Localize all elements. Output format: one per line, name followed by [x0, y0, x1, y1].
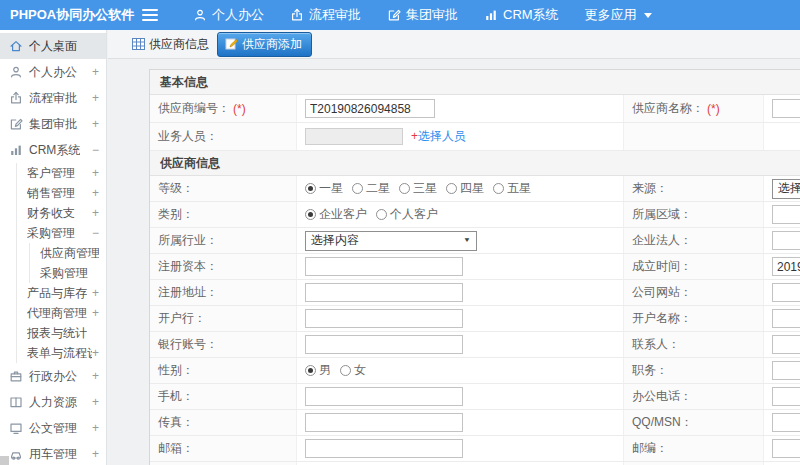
account-name-input[interactable]: [772, 309, 800, 328]
radio-label: 一星: [319, 180, 343, 197]
sidebar-item-human-resources[interactable]: 人力资源+: [0, 389, 106, 415]
source-select[interactable]: 选择内容▼: [772, 179, 800, 199]
category-radio-1[interactable]: 个人客户: [376, 206, 438, 223]
select-value: 选择内容: [311, 232, 359, 249]
radio-icon: [305, 209, 316, 220]
radio-icon: [305, 365, 316, 376]
topnav-item-group-approval[interactable]: 集团审批: [374, 0, 471, 30]
tab-supplier-add[interactable]: 供应商添加: [217, 32, 312, 57]
sidebar-item-purchase-mgmt-sub[interactable]: 采购管理: [30, 263, 106, 283]
gender-radio-0[interactable]: 男: [305, 362, 331, 379]
topnav-label: 个人办公: [212, 6, 264, 24]
sidebar-item-group-approval[interactable]: 集团审批+: [0, 111, 106, 137]
form-row: 注册地址：公司网站：: [150, 280, 800, 306]
legal-person-input[interactable]: [772, 231, 800, 250]
level-radio-0[interactable]: 一星: [305, 180, 343, 197]
sidebar-item-label: 采购管理: [27, 225, 75, 242]
region-input[interactable]: [772, 205, 800, 224]
field-value-cell: [764, 254, 800, 279]
bank-input[interactable]: [305, 309, 463, 328]
bank-label: 开户行：: [150, 306, 297, 331]
postal-code-input[interactable]: [772, 439, 800, 458]
expand-toggle: +: [92, 65, 99, 79]
registered-address-label: 注册地址：: [150, 280, 297, 305]
field-value-cell: [764, 332, 800, 357]
supplier-name-input[interactable]: [772, 99, 800, 118]
registered-capital-input[interactable]: [305, 257, 463, 276]
topnav-label: 流程审批: [309, 6, 361, 24]
business-staff-input[interactable]: [305, 128, 403, 145]
sidebar-item-workflow-approval[interactable]: 流程审批+: [0, 85, 106, 111]
field-label: 办公电话：: [632, 388, 692, 405]
tab-supplier-info[interactable]: 供应商信息: [132, 36, 209, 53]
field-value-cell: 选择内容▼: [764, 176, 800, 201]
office-phone-input[interactable]: [772, 387, 800, 406]
chart-icon: [484, 8, 498, 22]
topnav-item-personal-office[interactable]: 个人办公: [180, 0, 277, 30]
level-radio-3[interactable]: 四星: [446, 180, 484, 197]
sidebar-item-customer-mgmt[interactable]: 客户管理+: [17, 163, 106, 183]
sidebar-item-reports-stats[interactable]: 报表与统计: [17, 323, 106, 343]
gender-radio-1[interactable]: 女: [340, 362, 366, 379]
sidebar-item-admin-office[interactable]: 行政办公+: [0, 363, 106, 389]
sidebar-scrollbar[interactable]: [0, 456, 9, 465]
field-value-cell: [764, 280, 800, 305]
field-label: 业务人员：: [158, 128, 218, 145]
bank-account-input[interactable]: [305, 335, 463, 354]
share-icon: [9, 91, 24, 105]
sidebar-item-crm-system[interactable]: CRM系统−: [0, 137, 106, 163]
topnav-item-crm-system[interactable]: CRM系统: [471, 0, 572, 30]
company-website-input[interactable]: [772, 283, 800, 302]
mobile-input[interactable]: [305, 387, 463, 406]
sidebar-item-vehicle-mgmt[interactable]: 用车管理+: [0, 441, 106, 465]
radio-icon: [376, 209, 387, 220]
form-row: 所属行业：选择内容▼企业法人：: [150, 228, 800, 254]
founded-date-input[interactable]: [772, 257, 800, 276]
position-input[interactable]: [772, 361, 800, 380]
level-radio-2[interactable]: 三星: [399, 180, 437, 197]
form-row: 传真：QQ/MSN：: [150, 410, 800, 436]
sidebar-item-personal-office[interactable]: 个人办公+: [0, 59, 106, 85]
office-phone-label: 办公电话：: [624, 384, 764, 409]
source-label: 来源：: [624, 176, 764, 201]
sidebar-item-document-mgmt[interactable]: 公文管理+: [0, 415, 106, 441]
sidebar-item-sales-mgmt[interactable]: 销售管理+: [17, 183, 106, 203]
level-radio-1[interactable]: 二星: [352, 180, 390, 197]
sidebar-item-form-flow-settings[interactable]: 表单与流程设置+: [17, 343, 106, 363]
field-value-cell: +选择人员: [297, 123, 624, 150]
level-radio-4[interactable]: 五星: [493, 180, 531, 197]
sidebar-item-label: 流程审批: [29, 90, 77, 107]
category-radio-0[interactable]: 企业客户: [305, 206, 367, 223]
form-row: 手机：办公电话：: [150, 384, 800, 410]
sidebar-item-label: 人力资源: [29, 394, 77, 411]
qq-msn-input[interactable]: [772, 413, 800, 432]
sidebar-item-product-inventory[interactable]: 产品与库存+: [17, 283, 106, 303]
menu-toggle-icon[interactable]: [142, 9, 158, 21]
sidebar-item-agent-mgmt[interactable]: 代理商管理+: [17, 303, 106, 323]
qq-msn-label: QQ/MSN：: [624, 410, 764, 435]
app-logo: PHPOA协同办公软件: [0, 6, 126, 24]
topnav-item-more-apps[interactable]: 更多应用: [572, 0, 665, 30]
contact-person-input[interactable]: [772, 335, 800, 354]
supplier-code-input[interactable]: [305, 99, 435, 118]
sidebar-item-label: CRM系统: [29, 142, 80, 159]
sidebar-item-personal-desktop[interactable]: 个人桌面: [0, 33, 106, 59]
industry-select[interactable]: 选择内容▼: [305, 231, 477, 251]
company-website-label: 公司网站：: [624, 280, 764, 305]
radio-label: 二星: [366, 180, 390, 197]
field-value-cell: [764, 228, 800, 253]
sidebar-item-label: 供应商管理: [40, 245, 99, 262]
fax-input[interactable]: [305, 413, 463, 432]
edit-icon: [9, 117, 24, 131]
select-staff-link[interactable]: +选择人员: [411, 128, 466, 145]
registered-address-input[interactable]: [305, 283, 463, 302]
sidebar-item-finance-io[interactable]: 财务收支+: [17, 203, 106, 223]
field-value-cell: [764, 123, 800, 150]
topnav-item-workflow-approval[interactable]: 流程审批: [277, 0, 374, 30]
form-row: 邮箱：邮编：: [150, 436, 800, 462]
sidebar-item-purchase-mgmt[interactable]: 采购管理−: [17, 223, 106, 243]
email-input[interactable]: [305, 439, 463, 458]
expand-toggle: +: [92, 166, 99, 180]
briefcase-icon: [9, 369, 24, 383]
sidebar-item-supplier-mgmt[interactable]: 供应商管理: [30, 243, 106, 263]
